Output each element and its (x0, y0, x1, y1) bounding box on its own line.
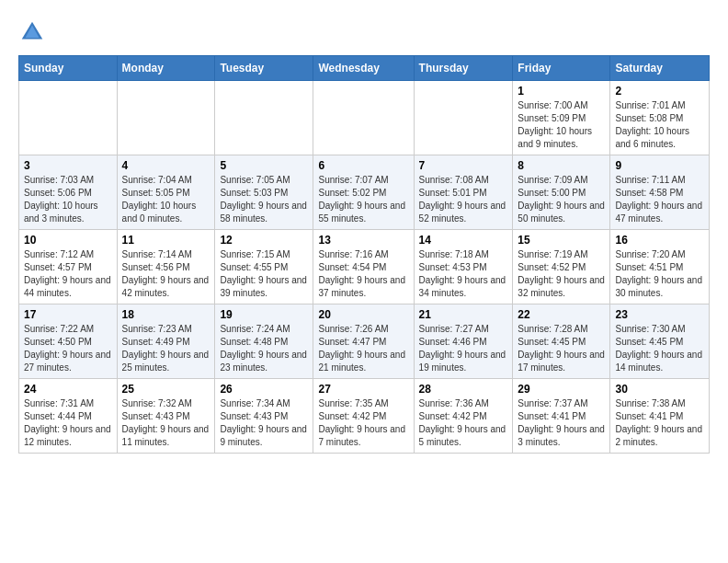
calendar-cell: 14Sunrise: 7:18 AM Sunset: 4:53 PM Dayli… (414, 230, 513, 304)
day-number: 14 (419, 234, 508, 247)
calendar-header-row: SundayMondayTuesdayWednesdayThursdayFrid… (19, 56, 710, 81)
day-number: 15 (518, 234, 605, 247)
calendar-cell: 7Sunrise: 7:08 AM Sunset: 5:01 PM Daylig… (414, 155, 513, 230)
day-number: 29 (518, 383, 605, 396)
day-info: Sunrise: 7:23 AM Sunset: 4:49 PM Dayligh… (122, 323, 210, 374)
calendar-cell: 16Sunrise: 7:20 AM Sunset: 4:51 PM Dayli… (610, 230, 710, 304)
day-info: Sunrise: 7:30 AM Sunset: 4:45 PM Dayligh… (615, 323, 704, 374)
day-number: 27 (318, 383, 408, 396)
day-info: Sunrise: 7:34 AM Sunset: 4:43 PM Dayligh… (220, 397, 308, 449)
calendar-cell: 20Sunrise: 7:26 AM Sunset: 4:47 PM Dayli… (313, 304, 414, 379)
day-number: 12 (220, 234, 308, 247)
weekday-header-wednesday: Wednesday (313, 56, 414, 81)
day-number: 10 (24, 234, 112, 247)
day-number: 30 (615, 383, 704, 396)
day-info: Sunrise: 7:20 AM Sunset: 4:51 PM Dayligh… (615, 248, 704, 300)
weekday-header-tuesday: Tuesday (215, 56, 313, 81)
day-info: Sunrise: 7:37 AM Sunset: 4:41 PM Dayligh… (518, 397, 605, 449)
calendar-cell (414, 81, 513, 155)
day-info: Sunrise: 7:22 AM Sunset: 4:50 PM Dayligh… (24, 323, 112, 374)
day-number: 28 (419, 383, 508, 396)
day-number: 5 (220, 159, 308, 172)
calendar-cell: 27Sunrise: 7:35 AM Sunset: 4:42 PM Dayli… (313, 379, 414, 454)
day-info: Sunrise: 7:19 AM Sunset: 4:52 PM Dayligh… (518, 248, 605, 300)
day-info: Sunrise: 7:31 AM Sunset: 4:44 PM Dayligh… (24, 397, 112, 449)
weekday-header-friday: Friday (513, 56, 610, 81)
calendar-cell: 21Sunrise: 7:27 AM Sunset: 4:46 PM Dayli… (414, 304, 513, 379)
calendar-cell: 26Sunrise: 7:34 AM Sunset: 4:43 PM Dayli… (215, 379, 313, 454)
day-info: Sunrise: 7:35 AM Sunset: 4:42 PM Dayligh… (318, 397, 408, 449)
calendar-cell: 3Sunrise: 7:03 AM Sunset: 5:06 PM Daylig… (19, 155, 118, 230)
day-info: Sunrise: 7:18 AM Sunset: 4:53 PM Dayligh… (419, 248, 508, 300)
day-info: Sunrise: 7:12 AM Sunset: 4:57 PM Dayligh… (24, 248, 112, 300)
calendar-week-row: 24Sunrise: 7:31 AM Sunset: 4:44 PM Dayli… (19, 379, 710, 454)
calendar-cell: 22Sunrise: 7:28 AM Sunset: 4:45 PM Dayli… (513, 304, 610, 379)
calendar-week-row: 1Sunrise: 7:00 AM Sunset: 5:09 PM Daylig… (19, 81, 710, 155)
calendar-cell: 23Sunrise: 7:30 AM Sunset: 4:45 PM Dayli… (610, 304, 710, 379)
weekday-header-thursday: Thursday (414, 56, 513, 81)
day-number: 17 (24, 308, 112, 321)
weekday-header-sunday: Sunday (19, 56, 118, 81)
day-info: Sunrise: 7:03 AM Sunset: 5:06 PM Dayligh… (24, 174, 112, 225)
weekday-header-monday: Monday (117, 56, 215, 81)
calendar-cell: 24Sunrise: 7:31 AM Sunset: 4:44 PM Dayli… (19, 379, 118, 454)
logo (18, 18, 50, 46)
calendar-cell: 10Sunrise: 7:12 AM Sunset: 4:57 PM Dayli… (19, 230, 118, 304)
calendar-cell (215, 81, 313, 155)
day-number: 13 (318, 234, 408, 247)
day-number: 24 (24, 383, 112, 396)
day-info: Sunrise: 7:08 AM Sunset: 5:01 PM Dayligh… (419, 174, 508, 225)
day-info: Sunrise: 7:27 AM Sunset: 4:46 PM Dayligh… (419, 323, 508, 374)
day-number: 11 (122, 234, 210, 247)
day-info: Sunrise: 7:11 AM Sunset: 4:58 PM Dayligh… (615, 174, 704, 225)
day-number: 22 (518, 308, 605, 321)
day-number: 26 (220, 383, 308, 396)
day-info: Sunrise: 7:09 AM Sunset: 5:00 PM Dayligh… (518, 174, 605, 225)
calendar-week-row: 10Sunrise: 7:12 AM Sunset: 4:57 PM Dayli… (19, 230, 710, 304)
page-header (18, 18, 710, 46)
day-number: 19 (220, 308, 308, 321)
calendar-cell: 2Sunrise: 7:01 AM Sunset: 5:08 PM Daylig… (610, 81, 710, 155)
day-number: 23 (615, 308, 704, 321)
calendar-cell: 11Sunrise: 7:14 AM Sunset: 4:56 PM Dayli… (117, 230, 215, 304)
weekday-header-saturday: Saturday (610, 56, 710, 81)
day-info: Sunrise: 7:15 AM Sunset: 4:55 PM Dayligh… (220, 248, 308, 300)
day-number: 8 (518, 159, 605, 172)
calendar-week-row: 17Sunrise: 7:22 AM Sunset: 4:50 PM Dayli… (19, 304, 710, 379)
day-number: 21 (419, 308, 508, 321)
day-number: 3 (24, 159, 112, 172)
calendar-cell: 12Sunrise: 7:15 AM Sunset: 4:55 PM Dayli… (215, 230, 313, 304)
calendar-cell: 29Sunrise: 7:37 AM Sunset: 4:41 PM Dayli… (513, 379, 610, 454)
calendar-cell: 18Sunrise: 7:23 AM Sunset: 4:49 PM Dayli… (117, 304, 215, 379)
calendar-cell: 30Sunrise: 7:38 AM Sunset: 4:41 PM Dayli… (610, 379, 710, 454)
day-info: Sunrise: 7:32 AM Sunset: 4:43 PM Dayligh… (122, 397, 210, 449)
day-number: 18 (122, 308, 210, 321)
calendar-cell (117, 81, 215, 155)
day-info: Sunrise: 7:36 AM Sunset: 4:42 PM Dayligh… (419, 397, 508, 449)
day-info: Sunrise: 7:16 AM Sunset: 4:54 PM Dayligh… (318, 248, 408, 300)
calendar-cell: 15Sunrise: 7:19 AM Sunset: 4:52 PM Dayli… (513, 230, 610, 304)
day-number: 1 (518, 85, 605, 98)
calendar-cell (19, 81, 118, 155)
calendar-cell: 6Sunrise: 7:07 AM Sunset: 5:02 PM Daylig… (313, 155, 414, 230)
calendar-cell: 5Sunrise: 7:05 AM Sunset: 5:03 PM Daylig… (215, 155, 313, 230)
calendar-cell: 17Sunrise: 7:22 AM Sunset: 4:50 PM Dayli… (19, 304, 118, 379)
calendar-cell (313, 81, 414, 155)
calendar-cell: 25Sunrise: 7:32 AM Sunset: 4:43 PM Dayli… (117, 379, 215, 454)
calendar-table: SundayMondayTuesdayWednesdayThursdayFrid… (18, 55, 710, 454)
day-info: Sunrise: 7:38 AM Sunset: 4:41 PM Dayligh… (615, 397, 704, 449)
calendar-cell: 19Sunrise: 7:24 AM Sunset: 4:48 PM Dayli… (215, 304, 313, 379)
day-info: Sunrise: 7:05 AM Sunset: 5:03 PM Dayligh… (220, 174, 308, 225)
day-info: Sunrise: 7:04 AM Sunset: 5:05 PM Dayligh… (122, 174, 210, 225)
day-info: Sunrise: 7:26 AM Sunset: 4:47 PM Dayligh… (318, 323, 408, 374)
calendar-cell: 8Sunrise: 7:09 AM Sunset: 5:00 PM Daylig… (513, 155, 610, 230)
calendar-cell: 4Sunrise: 7:04 AM Sunset: 5:05 PM Daylig… (117, 155, 215, 230)
day-number: 25 (122, 383, 210, 396)
day-number: 4 (122, 159, 210, 172)
day-info: Sunrise: 7:24 AM Sunset: 4:48 PM Dayligh… (220, 323, 308, 374)
day-number: 7 (419, 159, 508, 172)
day-info: Sunrise: 7:14 AM Sunset: 4:56 PM Dayligh… (122, 248, 210, 300)
calendar-cell: 9Sunrise: 7:11 AM Sunset: 4:58 PM Daylig… (610, 155, 710, 230)
day-info: Sunrise: 7:01 AM Sunset: 5:08 PM Dayligh… (615, 99, 704, 151)
day-number: 9 (615, 159, 704, 172)
